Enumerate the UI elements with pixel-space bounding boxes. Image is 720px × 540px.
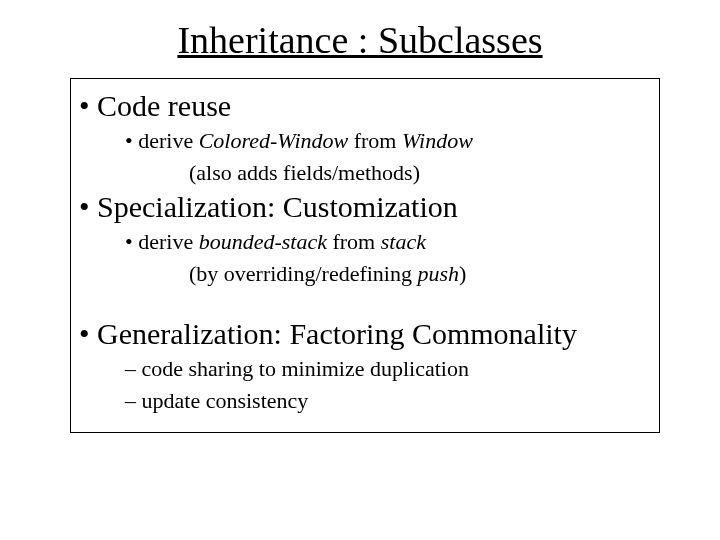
text: from (348, 128, 402, 153)
bullet-generalization: Generalization: Factoring Commonality (97, 317, 651, 351)
bullet-specialization: Specialization: Customization (97, 190, 651, 224)
sub-bullet-derive-window: derive Colored-Window from Window (141, 127, 651, 155)
text: from (327, 229, 381, 254)
spacer (79, 291, 651, 313)
sub-line-overriding: (by overriding/redefining push) (189, 260, 651, 288)
dash-update-consistency: update consistency (141, 387, 651, 415)
italic-bounded-stack: bounded-stack (199, 229, 327, 254)
text: derive (138, 229, 198, 254)
text: ) (459, 261, 466, 286)
text: (by overriding/redefining (189, 261, 418, 286)
text: derive (138, 128, 198, 153)
sub-line-adds-fields: (also adds fields/methods) (189, 159, 651, 187)
slide-title: Inheritance : Subclasses (0, 18, 720, 62)
slide: Inheritance : Subclasses Code reuse deri… (0, 18, 720, 540)
italic-window: Window (402, 128, 473, 153)
italic-push: push (418, 261, 460, 286)
sub-bullet-derive-stack: derive bounded-stack from stack (141, 228, 651, 256)
dash-code-sharing: code sharing to minimize duplication (141, 355, 651, 383)
italic-stack: stack (381, 229, 426, 254)
italic-colored-window: Colored-Window (199, 128, 349, 153)
content-box: Code reuse derive Colored-Window from Wi… (70, 78, 660, 433)
bullet-code-reuse: Code reuse (97, 89, 651, 123)
